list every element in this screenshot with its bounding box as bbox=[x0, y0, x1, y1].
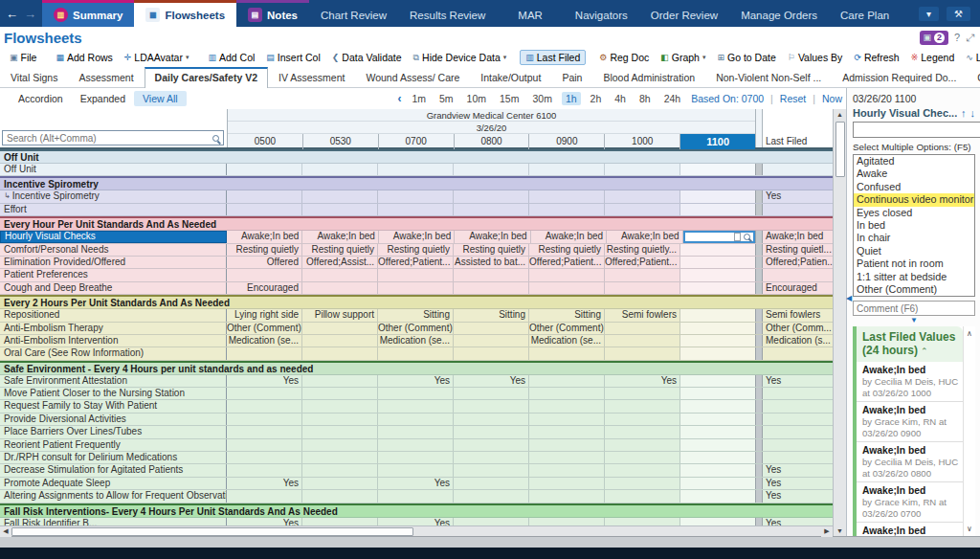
grid-cell[interactable] bbox=[301, 478, 377, 489]
grid-cell[interactable] bbox=[604, 282, 679, 294]
grid-cell[interactable] bbox=[453, 269, 528, 280]
grid-cell[interactable] bbox=[679, 426, 755, 437]
graph-button[interactable]: ◧Graph▾ bbox=[655, 50, 711, 65]
grid-cell[interactable]: Awake;In bed bbox=[454, 231, 529, 242]
row-label[interactable]: Place Barriers Over Lines/Tubes bbox=[0, 426, 227, 437]
row-label[interactable]: Decrease Stimulation for Agitated Patien… bbox=[0, 464, 227, 476]
vertical-scrollbar[interactable]: ▲ ▼ bbox=[833, 109, 846, 536]
grid-cell[interactable]: Other (Comment) bbox=[227, 323, 301, 334]
grid-cell[interactable]: Awake;In bed bbox=[606, 231, 681, 242]
grid-cell[interactable] bbox=[453, 452, 528, 463]
grid-cell[interactable] bbox=[377, 490, 453, 502]
row-label[interactable]: ↳Incentive Spirometry bbox=[0, 190, 227, 202]
column-header-1100[interactable]: 1100 bbox=[679, 134, 755, 149]
option-1-1-sitter-at-bedside[interactable]: 1:1 sitter at bedside bbox=[854, 271, 974, 283]
row-label[interactable]: Anti-Embolism Intervention bbox=[0, 335, 227, 347]
row-search-input[interactable] bbox=[2, 130, 224, 145]
grid-cell[interactable]: Awake;In bed bbox=[378, 231, 454, 242]
add-col-button[interactable]: ▥Add Col bbox=[202, 50, 260, 65]
row-label[interactable]: Reorient Patient Frequently bbox=[0, 439, 227, 451]
grid-cell[interactable] bbox=[604, 400, 679, 412]
grid-cell[interactable]: Yes bbox=[453, 375, 528, 387]
option-continuous-video-monitoring[interactable]: Continuous video monitoring bbox=[854, 193, 974, 206]
tab-blood-administration[interactable]: Blood Administration bbox=[592, 68, 705, 87]
grid-cell[interactable] bbox=[453, 347, 528, 359]
row-label[interactable]: Off Unit bbox=[0, 164, 227, 175]
grid-cell[interactable]: Assisted to bat... bbox=[453, 257, 528, 268]
grid-cell[interactable] bbox=[301, 164, 377, 175]
option-in-chair[interactable]: In chair bbox=[854, 232, 974, 244]
column-header-0500[interactable]: 0500 bbox=[228, 134, 302, 149]
grid-cell[interactable] bbox=[301, 347, 377, 359]
grid-cell[interactable] bbox=[377, 464, 453, 476]
row-label[interactable]: Promote Adequate Sleep bbox=[0, 478, 227, 489]
grid-cell[interactable] bbox=[377, 282, 453, 294]
tab-non-violent-non-self[interactable]: Non-Violent Non-Self ... bbox=[705, 68, 832, 87]
row-label[interactable]: Move Patient Closer to the Nursing Stati… bbox=[0, 388, 227, 399]
grid-cell[interactable]: Awake;In bed bbox=[530, 231, 606, 242]
grid-cell[interactable]: Encouraged bbox=[227, 282, 301, 294]
topnav-tab-flowsheets[interactable]: ▦Flowsheets bbox=[134, 0, 236, 27]
grid-cell[interactable] bbox=[453, 426, 528, 437]
hide-device-data-button[interactable]: ⧉Hide Device Data▾ bbox=[408, 50, 513, 65]
grid-cell[interactable] bbox=[679, 375, 755, 387]
grid-cell[interactable] bbox=[528, 269, 604, 280]
grid-cell[interactable] bbox=[377, 347, 453, 359]
grid-cell[interactable]: Sitting bbox=[528, 309, 604, 321]
interval-10m-button[interactable]: 10m bbox=[463, 92, 490, 105]
lfv-scrollbar[interactable]: ∧ ∨ bbox=[963, 326, 975, 536]
grid-cell[interactable] bbox=[604, 518, 679, 525]
interval-5m-button[interactable]: 5m bbox=[435, 92, 457, 105]
grid-cell[interactable] bbox=[301, 375, 377, 387]
interval-30m-button[interactable]: 30m bbox=[528, 92, 555, 105]
grid-cell[interactable]: Yes bbox=[604, 375, 679, 387]
column-header-0530[interactable]: 0530 bbox=[302, 134, 378, 149]
tab-wound-assess-care[interactable]: Wound Assess/ Care bbox=[355, 68, 470, 87]
grid-cell[interactable]: Medication (se... bbox=[227, 335, 301, 347]
grid-cell[interactable] bbox=[227, 204, 301, 215]
grid-cell[interactable] bbox=[453, 490, 528, 502]
grid-cell[interactable] bbox=[377, 400, 453, 412]
tab-intake-output[interactable]: Intake/Output bbox=[470, 68, 551, 87]
grid-cell[interactable] bbox=[453, 388, 528, 399]
topnav-tab-navigators[interactable]: Navigators bbox=[564, 0, 639, 27]
interval-2h-button[interactable]: 2h bbox=[587, 92, 606, 105]
option-other-comment[interactable]: Other (Comment) bbox=[854, 283, 974, 296]
interval-1m-button[interactable]: 1m bbox=[408, 92, 430, 105]
grid-cell[interactable] bbox=[604, 414, 679, 425]
tab-assessment[interactable]: Assessment bbox=[68, 68, 144, 87]
option-confused[interactable]: Confused bbox=[854, 181, 974, 193]
grid-cell[interactable] bbox=[604, 426, 679, 437]
grid-cell[interactable]: Other (Comment) bbox=[528, 323, 604, 334]
interval-4h-button[interactable]: 4h bbox=[611, 92, 630, 105]
grid-cell[interactable] bbox=[301, 518, 377, 525]
grid-cell[interactable] bbox=[377, 426, 453, 437]
grid-cell[interactable] bbox=[604, 388, 679, 399]
grid-cell[interactable]: Offered;Patient... bbox=[528, 257, 604, 268]
row-label[interactable]: Anti-Embolism Therapy bbox=[0, 323, 227, 334]
grid-cell[interactable]: Sitting bbox=[377, 309, 453, 321]
grid-cell[interactable]: Resting quietly bbox=[377, 244, 453, 256]
grid-cell[interactable] bbox=[301, 323, 377, 334]
grid-cell[interactable] bbox=[377, 414, 453, 425]
add-rows-button[interactable]: ▦Add Rows bbox=[50, 50, 118, 65]
grid-cell[interactable] bbox=[528, 204, 604, 215]
section-header-off-unit[interactable]: Off Unit bbox=[0, 149, 833, 164]
grid-cell[interactable] bbox=[301, 269, 377, 280]
option-eyes-closed[interactable]: Eyes closed bbox=[854, 207, 974, 219]
grid-cell[interactable] bbox=[377, 439, 453, 451]
section-header-every-2-hours-per-unit-standards-and-as-needed[interactable]: Every 2 Hours Per Unit Standards And As … bbox=[0, 295, 833, 309]
grid-cell[interactable]: Lying right side bbox=[227, 309, 301, 321]
grid-cell[interactable] bbox=[679, 490, 755, 502]
back-icon[interactable]: ← bbox=[6, 7, 18, 21]
scroll-left-icon[interactable]: ◀ bbox=[0, 526, 11, 537]
grid-cell[interactable] bbox=[377, 204, 453, 215]
topnav-tab-mar[interactable]: MAR bbox=[506, 0, 554, 27]
hscroll-thumb[interactable] bbox=[11, 527, 413, 536]
grid-cell[interactable] bbox=[679, 269, 755, 280]
grid-cell[interactable]: Resting quietly bbox=[301, 244, 377, 256]
grid-cell[interactable] bbox=[453, 204, 528, 215]
collapse-icon[interactable]: ⌃ bbox=[921, 347, 928, 356]
option-quiet[interactable]: Quiet bbox=[854, 245, 974, 257]
interval-8h-button[interactable]: 8h bbox=[635, 92, 655, 105]
